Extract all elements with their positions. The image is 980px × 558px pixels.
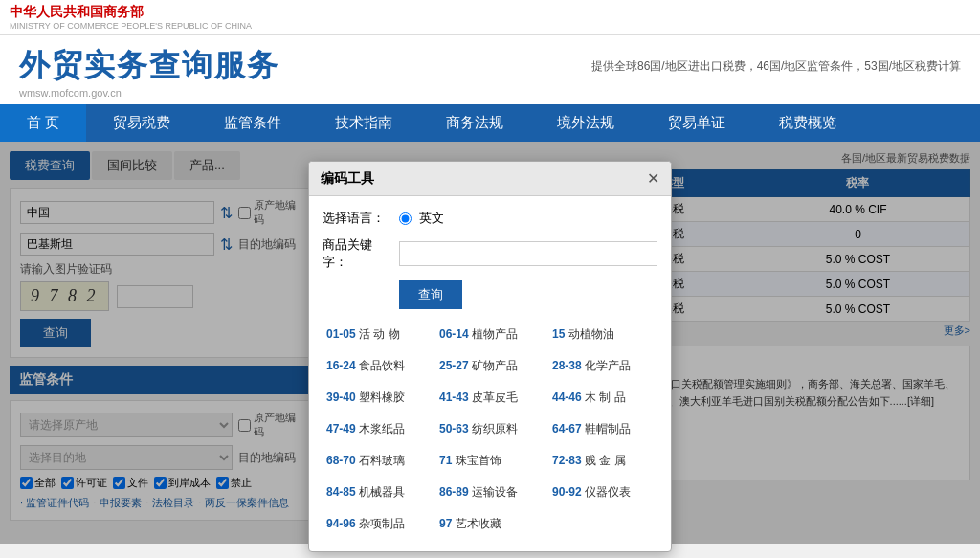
tagline: 提供全球86国/地区进出口税费，46国/地区监管条件，53国/地区税费计算 [591, 58, 961, 75]
nav-tech-guide[interactable]: 技术指南 [308, 104, 419, 142]
code-grid-item[interactable]: 39-40 塑料橡胶 [323, 384, 432, 412]
keyword-row: 商品关键字： [323, 236, 657, 271]
nav-bar: 首 页 贸易税费 监管条件 技术指南 商务法规 境外法规 贸易单证 税费概览 [0, 104, 980, 142]
brand-bar: 外贸实务查询服务 提供全球86国/地区进出口税费，46国/地区监管条件，53国/… [0, 35, 980, 104]
nav-tax-overview[interactable]: 税费概览 [752, 104, 863, 142]
code-grid-item[interactable]: 50-63 纺织原料 [435, 415, 545, 443]
language-option-label: 英文 [419, 210, 444, 227]
language-row: 选择语言： 英文 [323, 210, 657, 227]
modal-close-button[interactable]: ✕ [647, 169, 659, 188]
radio-english[interactable] [399, 212, 412, 225]
site-url: wmsw.mofcom.gov.cn [19, 87, 961, 99]
nav-commerce-law[interactable]: 商务法规 [419, 104, 530, 142]
nav-supervision[interactable]: 监管条件 [197, 104, 308, 142]
code-grid-item[interactable]: 97 艺术收藏 [435, 510, 545, 538]
modal-title: 编码工具 [321, 170, 374, 188]
content-area: 税费查询 国间比较 产品... ⇅ 原产地编码 ⇅ 目的地编码 请输入图片验证码 [0, 142, 980, 544]
language-label: 选择语言： [323, 210, 390, 227]
code-grid-item[interactable]: 06-14 植物产品 [435, 321, 545, 348]
code-grid-item[interactable]: 71 珠宝首饰 [435, 447, 545, 475]
modal-overlay: 编码工具 ✕ 选择语言： 英文 商品关键字： 查询 [0, 142, 980, 544]
keyword-input[interactable] [399, 241, 657, 266]
language-radio-group: 英文 [399, 210, 444, 227]
code-grid-item[interactable]: 25-27 矿物产品 [435, 352, 545, 380]
nav-home[interactable]: 首 页 [0, 104, 86, 142]
modal-query-button[interactable]: 查询 [399, 280, 462, 309]
ministry-logo-text: 中华人民共和国商务部 [10, 4, 252, 21]
nav-trade-doc[interactable]: 贸易单证 [641, 104, 752, 142]
code-grid: 01-05 活 动 物06-14 植物产品15 动植物油16-24 食品饮料25… [323, 321, 657, 538]
main-title: 外贸实务查询服务 [19, 45, 279, 87]
code-grid-item[interactable]: 16-24 食品饮料 [323, 352, 432, 380]
code-grid-item[interactable]: 94-96 杂项制品 [323, 510, 432, 538]
nav-trade-tax[interactable]: 贸易税费 [86, 104, 197, 142]
modal-body: 选择语言： 英文 商品关键字： 查询 01-05 活 动 物06-14 植物产品… [309, 196, 671, 551]
code-grid-item[interactable]: 28-38 化学产品 [548, 352, 657, 380]
nav-foreign-law[interactable]: 境外法规 [530, 104, 641, 142]
top-header: 中华人民共和国商务部 MINISTRY OF COMMERCE PEOPLE'S… [0, 0, 980, 35]
code-grid-item[interactable]: 86-89 运输设备 [435, 479, 545, 506]
ministry-logo-sub: MINISTRY OF COMMERCE PEOPLE'S REPUBLIC O… [10, 21, 252, 31]
code-grid-item[interactable]: 68-70 石料玻璃 [323, 447, 432, 475]
code-grid-item[interactable]: 84-85 机械器具 [323, 479, 432, 506]
keyword-label: 商品关键字： [323, 236, 390, 271]
code-grid-item[interactable]: 47-49 木浆纸品 [323, 415, 432, 443]
modal-header: 编码工具 ✕ [309, 162, 671, 196]
code-grid-item[interactable]: 64-67 鞋帽制品 [548, 415, 657, 443]
code-grid-item[interactable]: 44-46 木 制 品 [548, 384, 657, 412]
code-grid-item[interactable]: 90-92 仪器仪表 [548, 479, 657, 506]
code-grid-item[interactable]: 15 动植物油 [548, 321, 657, 348]
code-grid-item[interactable]: 01-05 活 动 物 [323, 321, 432, 348]
modal-encoding-tool: 编码工具 ✕ 选择语言： 英文 商品关键字： 查询 [308, 161, 672, 552]
code-grid-item[interactable]: 72-83 贱 金 属 [548, 447, 657, 475]
code-grid-item[interactable]: 41-43 皮革皮毛 [435, 384, 545, 412]
